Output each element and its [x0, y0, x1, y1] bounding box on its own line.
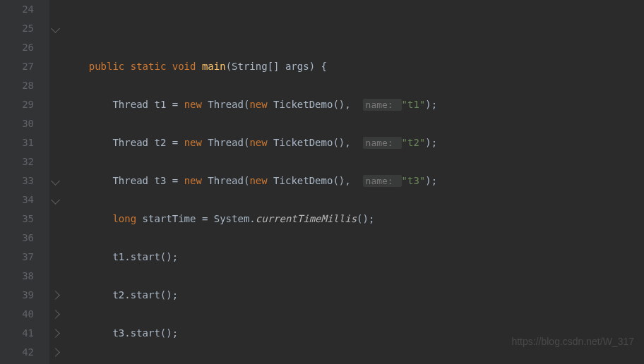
punct: (); — [357, 213, 374, 224]
fold-open-icon[interactable] — [51, 176, 60, 186]
string: "t3" — [402, 175, 426, 186]
stmt: t3.start(); — [112, 327, 178, 339]
type: String — [232, 61, 268, 72]
stmt: t1.start(); — [112, 251, 178, 262]
line-number: 27 — [0, 57, 49, 76]
code-line[interactable] — [65, 19, 644, 38]
keyword: new — [184, 137, 202, 148]
keyword: public — [89, 61, 125, 72]
keyword: new — [249, 175, 267, 186]
var: startTime — [143, 213, 196, 224]
gutter: 24 25 26 27 28 29 30 31 32 33 34 35 36 3… — [0, 0, 49, 364]
fold-open-icon[interactable] — [51, 24, 60, 33]
param: args — [285, 61, 309, 72]
line-number: 25 — [0, 19, 49, 38]
code-line[interactable]: Thread t1 = new Thread(new TicketDemo(),… — [65, 95, 644, 114]
code-line[interactable]: Thread t3 = new Thread(new TicketDemo(),… — [65, 171, 644, 190]
code-line[interactable]: Thread t2 = new Thread(new TicketDemo(),… — [65, 133, 644, 152]
line-number: 31 — [0, 133, 49, 152]
param-hint: name: — [363, 175, 402, 187]
line-number: 39 — [0, 286, 49, 305]
code-area[interactable]: public static void main(String[] args) {… — [62, 0, 644, 364]
keyword: long — [112, 213, 136, 224]
string: "t2" — [402, 137, 426, 148]
punct: ); — [425, 137, 437, 148]
line-number: 30 — [0, 114, 49, 133]
class: TicketDemo — [273, 175, 333, 186]
type: Thread — [112, 99, 148, 110]
punct: ); — [425, 99, 437, 110]
brace: { — [321, 61, 327, 72]
stmt: t2.start(); — [112, 289, 178, 301]
var: t3 — [154, 175, 166, 186]
code-line[interactable]: t2.start(); — [65, 286, 644, 305]
fold-column — [49, 0, 62, 364]
op: = — [172, 99, 178, 110]
punct: ); — [425, 175, 437, 186]
type: Thread — [112, 175, 148, 186]
line-number: 33 — [0, 171, 49, 190]
keyword: void — [172, 61, 196, 72]
param-hint: name: — [363, 99, 402, 111]
param-hint: name: — [363, 137, 402, 149]
class: Thread — [208, 137, 244, 148]
line-number: 36 — [0, 229, 49, 248]
fold-close-icon[interactable] — [51, 310, 60, 319]
line-number: 35 — [0, 210, 49, 229]
punct: . — [249, 213, 255, 224]
line-number: 32 — [0, 152, 49, 171]
fold-close-icon[interactable] — [51, 291, 60, 300]
class: Thread — [208, 175, 244, 186]
var: t1 — [154, 99, 166, 110]
method-name: main — [202, 61, 226, 72]
line-number: 34 — [0, 190, 49, 210]
class: TicketDemo — [273, 137, 333, 148]
watermark: https://blog.csdn.net/W_317 — [511, 332, 634, 351]
var: t2 — [154, 137, 166, 148]
keyword: new — [249, 137, 267, 148]
code-editor[interactable]: 24 25 26 27 28 29 30 31 32 33 34 35 36 3… — [0, 0, 644, 364]
code-line[interactable]: long startTime = System.currentTimeMilli… — [65, 210, 644, 229]
line-number: 29 — [0, 95, 49, 114]
keyword: new — [249, 99, 267, 110]
string: "t1" — [402, 99, 426, 110]
class: Thread — [208, 99, 244, 110]
line-number: 38 — [0, 267, 49, 286]
code-line[interactable]: public static void main(String[] args) { — [65, 57, 644, 76]
line-number: 41 — [0, 324, 49, 343]
line-number: 24 — [0, 0, 49, 19]
line-number: 28 — [0, 76, 49, 95]
op: = — [172, 175, 178, 186]
line-number: 42 — [0, 343, 49, 362]
line-number: 40 — [0, 305, 49, 324]
keyword: new — [184, 99, 202, 110]
fold-close-icon[interactable] — [51, 348, 60, 357]
keyword: static — [131, 61, 167, 72]
op: = — [172, 137, 178, 148]
line-number: 26 — [0, 38, 49, 57]
class: TicketDemo — [273, 99, 333, 110]
code-line[interactable]: t1.start(); — [65, 248, 644, 267]
fold-close-icon[interactable] — [51, 329, 60, 338]
class: System — [214, 213, 250, 224]
fold-open-icon[interactable] — [51, 195, 60, 205]
type: Thread — [112, 137, 148, 148]
static-method: currentTimeMillis — [256, 213, 357, 224]
line-number: 37 — [0, 248, 49, 267]
op: = — [202, 213, 208, 224]
keyword: new — [184, 175, 202, 186]
